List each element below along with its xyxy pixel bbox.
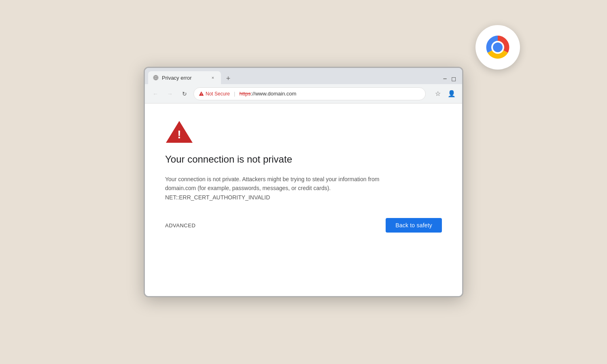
svg-text:!: ! bbox=[201, 93, 202, 95]
page-content: ! Your connection is not private Your co… bbox=[145, 104, 462, 296]
url-bar[interactable]: ! Not Secure | https://www.domain.com bbox=[193, 87, 426, 100]
tab-close-btn[interactable]: × bbox=[210, 74, 216, 81]
page-title: Your connection is not private bbox=[165, 154, 442, 165]
browser-window: Privacy error × + − □ ← → ↻ ! Not Secure… bbox=[144, 67, 463, 297]
back-button[interactable]: ← bbox=[150, 88, 161, 99]
url-text: https://www.domain.com bbox=[239, 91, 296, 97]
bookmark-button[interactable]: ☆ bbox=[432, 88, 444, 99]
url-protocol: https bbox=[239, 91, 250, 97]
not-secure-text: Not Secure bbox=[206, 91, 230, 97]
maximize-button[interactable]: □ bbox=[452, 75, 456, 83]
profile-button[interactable]: 👤 bbox=[446, 88, 457, 99]
window-controls: − □ bbox=[443, 75, 459, 84]
url-actions: ☆ 👤 bbox=[432, 88, 457, 99]
warning-icon: ! bbox=[165, 120, 442, 146]
tab-favicon bbox=[153, 75, 159, 80]
page-description: Your connection is not private. Attacker… bbox=[165, 175, 408, 202]
chrome-logo bbox=[475, 25, 520, 70]
advanced-button[interactable]: ADVANCED bbox=[165, 222, 195, 229]
active-tab[interactable]: Privacy error × bbox=[148, 71, 221, 84]
minimize-button[interactable]: − bbox=[443, 75, 447, 83]
not-secure-badge: ! Not Secure bbox=[199, 91, 230, 97]
address-bar: ← → ↻ ! Not Secure | https://www.domain.… bbox=[145, 84, 462, 104]
page-actions: ADVANCED Back to safety bbox=[165, 218, 442, 233]
reload-button[interactable]: ↻ bbox=[179, 88, 190, 99]
back-to-safety-button[interactable]: Back to safety bbox=[386, 218, 442, 233]
svg-point-6 bbox=[493, 42, 503, 52]
tab-label: Privacy error bbox=[162, 75, 192, 81]
forward-button[interactable]: → bbox=[164, 88, 176, 99]
new-tab-button[interactable]: + bbox=[223, 73, 234, 84]
url-host: ://www.domain.com bbox=[251, 91, 297, 97]
tab-bar: Privacy error × + − □ bbox=[145, 68, 462, 84]
svg-text:!: ! bbox=[177, 128, 181, 141]
url-separator: | bbox=[234, 91, 235, 97]
